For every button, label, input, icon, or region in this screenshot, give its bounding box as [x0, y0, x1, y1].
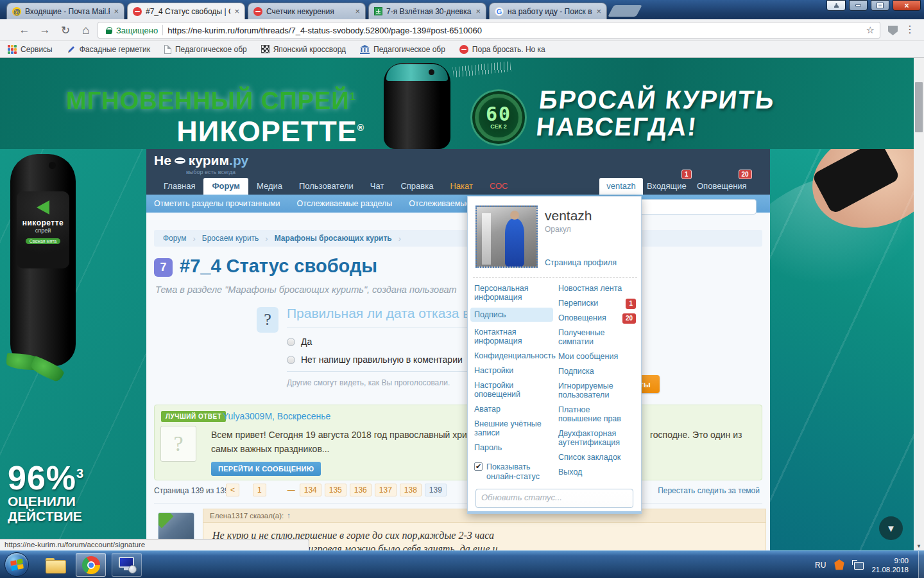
language-indicator[interactable]: RU [815, 561, 826, 570]
menu-item-conversations[interactable]: Переписки 1 [558, 299, 636, 308]
subnav-mark-read[interactable]: Отметить разделы прочитанными [154, 199, 280, 208]
nav-inbox[interactable]: Входящие 1 [647, 181, 687, 191]
poll-option-no[interactable]: Нет напишу правильную в коментарии [287, 355, 463, 365]
menu-item-alerts[interactable]: Оповещения 20 [558, 313, 636, 322]
goto-message-button[interactable]: ПЕРЕЙТИ К СООБЩЕНИЮ [211, 462, 321, 476]
tab-schetchik[interactable]: Счетчик некурения × [248, 3, 366, 19]
maximize-button[interactable] [871, 0, 889, 11]
tab-close-icon[interactable]: × [234, 7, 239, 15]
forward-button[interactable]: → [37, 22, 53, 38]
bookmark-services[interactable]: Сервисы [8, 45, 53, 54]
unfollow-thread-link[interactable]: Перестать следить за темой [658, 486, 760, 495]
breadcrumb-marafony[interactable]: Марафоны бросающих курить [275, 234, 392, 243]
radio-button[interactable] [287, 356, 295, 364]
taskbar-chrome-button[interactable] [76, 553, 106, 577]
quote-author-link[interactable]: Елена1317 сказал(а): [210, 512, 284, 520]
bookmark-pedagogical-2[interactable]: Педагогическое обр [360, 45, 445, 54]
tab-status-svobody[interactable]: #7_4 Статус свободы | Ст × [127, 3, 245, 19]
forum-search-input[interactable] [637, 199, 757, 215]
tab-close-icon[interactable]: × [596, 7, 601, 15]
page-link-135[interactable]: 135 [325, 484, 346, 496]
checkbox-checked[interactable]: ✔ [474, 462, 483, 471]
page-link-136[interactable]: 136 [350, 484, 372, 496]
nav-item-sos[interactable]: СОС [481, 178, 517, 195]
menu-item-two-factor[interactable]: Двухфакторная аутентификация [558, 429, 636, 447]
tab-close-icon[interactable]: × [114, 7, 119, 15]
menu-item-my-posts[interactable]: Мои сообщения [558, 352, 636, 361]
show-desktop-button[interactable] [918, 551, 924, 578]
poll-option-yes[interactable]: Да [287, 337, 312, 347]
nicorette-banner-ad[interactable]: МГНОВЕННЫЙ СПРЕЙ1 НИКОРЕТТЕ® 60 СЕК 2 БР… [0, 58, 914, 149]
nav-item-help[interactable]: Справка [392, 178, 441, 195]
prev-page-button[interactable]: < [226, 484, 239, 496]
online-status-toggle[interactable]: ✔ Показывать онлайн-статус [474, 462, 552, 482]
reload-button[interactable]: ↻ [58, 22, 73, 38]
menu-item-signature[interactable]: Подпись [470, 308, 553, 322]
profile-page-link[interactable]: Страница профиля [545, 258, 617, 267]
tab-mail[interactable]: @ Входящие - Почта Mail.R × [6, 3, 124, 19]
site-logo[interactable]: Не курим.ру [154, 153, 248, 168]
quote-jump-arrow[interactable]: ↑ [287, 512, 291, 520]
page-link-1[interactable]: 1 [253, 484, 266, 496]
radio-button[interactable] [287, 338, 295, 346]
menu-item-ignored-users[interactable]: Игнорируемые пользователи [558, 381, 636, 399]
best-answer-author-link[interactable]: Yulya3009M, Воскресенье [223, 411, 330, 421]
scroll-to-bottom-button[interactable]: ▼ [879, 516, 903, 540]
menu-item-subscription[interactable]: Подписка [558, 367, 636, 376]
menu-item-alert-preferences[interactable]: Настройки оповещений [474, 381, 552, 399]
scrollbar-down-arrow[interactable]: ▼ [914, 543, 924, 549]
home-button[interactable]: ⌂ [78, 22, 94, 38]
menu-item-avatar[interactable]: Аватар [474, 405, 552, 414]
breadcrumb-forum[interactable]: Форум [163, 234, 186, 243]
nav-item-forum[interactable]: Форум [203, 178, 248, 195]
network-tray-icon[interactable] [852, 560, 864, 570]
menu-item-bookmarks-list[interactable]: Список закладок [558, 453, 636, 462]
page-link-137[interactable]: 137 [375, 484, 397, 496]
vertical-scrollbar[interactable]: ▼ [914, 58, 924, 550]
breadcrumb-brosaem[interactable]: Бросаем курить [202, 234, 259, 243]
menu-item-preferences[interactable]: Настройки [474, 366, 552, 375]
nav-item-chat[interactable]: Чат [362, 178, 393, 195]
tab-close-icon[interactable]: × [475, 7, 481, 15]
page-link-134[interactable]: 134 [300, 484, 321, 496]
nav-user-ventazh[interactable]: ventazh [599, 178, 643, 195]
bookmark-pora-brosat[interactable]: Пора бросать. Но ка [459, 45, 545, 54]
tab-vzljotnaya[interactable]: 7-я Взлётная 30-дневка × [368, 3, 486, 19]
avatar[interactable] [475, 206, 538, 268]
scrollbar-thumb[interactable] [915, 82, 923, 132]
page-link-138[interactable]: 138 [400, 484, 422, 496]
bookmark-pedagogical-1[interactable]: Педагогическое обр [164, 45, 247, 54]
taskbar-remote-desktop-button[interactable] [112, 553, 142, 577]
tab-close-icon[interactable]: × [355, 7, 360, 15]
taskbar-explorer-button[interactable] [40, 553, 70, 577]
clock[interactable]: 9:00 21.08.2018 [871, 556, 909, 574]
nav-item-nakat[interactable]: Накат [441, 178, 481, 195]
menu-item-external-accounts[interactable]: Внешние учётные записи [474, 419, 552, 437]
minimize-button[interactable] [849, 0, 868, 11]
new-tab-button[interactable] [608, 5, 642, 17]
subnav-watched-forums[interactable]: Отслеживаемые разделы [297, 199, 393, 208]
nicorette-side-ad-right[interactable] [770, 149, 914, 550]
nav-item-media[interactable]: Медиа [248, 178, 291, 195]
antivirus-tray-icon[interactable] [834, 559, 844, 570]
menu-item-likes-received[interactable]: Полученные симпатии [558, 328, 636, 346]
back-button[interactable]: ← [17, 22, 32, 38]
tab-google-search[interactable]: G на работу иду - Поиск в × [489, 3, 607, 19]
menu-item-logout[interactable]: Выход [558, 468, 636, 477]
close-button[interactable]: × [893, 0, 921, 11]
bookmark-germetiki[interactable]: Фасадные герметик [67, 45, 150, 54]
bookmark-star-icon[interactable]: ☆ [866, 24, 875, 36]
address-bar[interactable]: Защищено https://ne-kurim.ru/forum/threa… [98, 22, 880, 39]
nicorette-side-ad-left[interactable]: никоретте спрей Свежая мята 96%3 ОЦЕНИЛИ… [0, 149, 146, 550]
menu-item-paid-upgrade[interactable]: Платное повышение прав [558, 405, 636, 423]
profile-button[interactable] [826, 0, 846, 11]
menu-item-personal-info[interactable]: Персональная информация [474, 284, 552, 302]
extension-icon[interactable] [888, 26, 898, 35]
menu-item-privacy[interactable]: Конфиденциальность [474, 351, 552, 360]
nav-item-glavnaya[interactable]: Главная [155, 178, 203, 195]
menu-item-news-feed[interactable]: Новостная лента [558, 284, 636, 293]
start-button[interactable] [4, 552, 29, 577]
status-update-input[interactable] [475, 489, 633, 508]
menu-item-contact-info[interactable]: Контактная информация [474, 328, 552, 346]
browser-menu-icon[interactable]: ⋮ [905, 23, 915, 35]
